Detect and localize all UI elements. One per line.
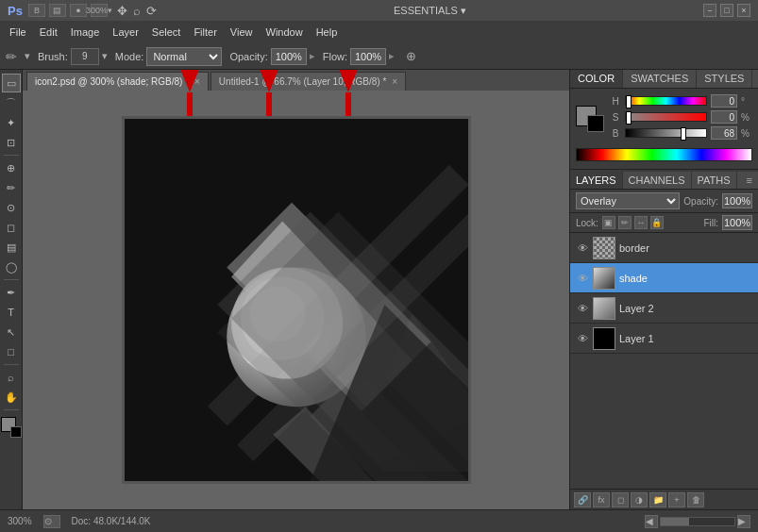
bg-color-swatch[interactable] bbox=[10, 426, 22, 438]
lock-paint-icon[interactable]: ✏ bbox=[618, 216, 632, 229]
new-layer-btn[interactable]: + bbox=[668, 492, 685, 507]
h-value-input[interactable] bbox=[711, 94, 737, 108]
tool-dodge[interactable]: ◯ bbox=[2, 258, 21, 276]
s-slider-thumb[interactable] bbox=[626, 111, 632, 125]
title-icon-4[interactable]: 300%▾ bbox=[91, 4, 108, 17]
lock-move-icon[interactable]: ↔ bbox=[634, 216, 648, 229]
mode-select[interactable]: Normal Overlay Multiply bbox=[146, 47, 222, 66]
tab-channels[interactable]: CHANNELS bbox=[623, 172, 692, 189]
airbrush-icon[interactable]: ⊕ bbox=[406, 49, 416, 63]
adjustment-btn[interactable]: ◑ bbox=[631, 492, 648, 507]
menu-select[interactable]: Select bbox=[146, 25, 187, 40]
tool-gradient[interactable]: ▤ bbox=[2, 238, 21, 257]
group-btn[interactable]: 📁 bbox=[649, 492, 666, 507]
tool-eraser[interactable]: ◻ bbox=[2, 218, 21, 237]
fx-btn[interactable]: fx bbox=[593, 492, 610, 507]
layers-opacity-input[interactable] bbox=[722, 193, 752, 208]
tool-clone[interactable]: ⊙ bbox=[2, 198, 21, 217]
scroll-track[interactable] bbox=[660, 517, 735, 526]
delete-layer-btn[interactable]: 🗑 bbox=[687, 492, 704, 507]
scroll-right[interactable]: ▶ bbox=[737, 515, 750, 528]
brush-size-display[interactable]: 9 bbox=[71, 48, 99, 65]
cursor-icon: ✥ bbox=[117, 4, 127, 18]
layer-shade-eye[interactable]: 👁 bbox=[576, 272, 589, 285]
tool-hand[interactable]: ✋ bbox=[2, 388, 21, 407]
tool-magic-wand[interactable]: ✦ bbox=[2, 113, 21, 132]
minimize-btn[interactable]: − bbox=[703, 4, 716, 17]
blend-mode-select[interactable]: Overlay Normal Multiply bbox=[576, 192, 680, 209]
menu-window[interactable]: Window bbox=[261, 25, 309, 40]
tab-styles[interactable]: STYLES bbox=[697, 70, 752, 88]
layer-2-eye[interactable]: 👁 bbox=[576, 302, 589, 315]
tool-zoom[interactable]: ⌕ bbox=[2, 368, 21, 387]
lock-transparency-icon[interactable]: ▣ bbox=[602, 216, 615, 229]
menu-layer[interactable]: Layer bbox=[107, 25, 144, 40]
tab-color[interactable]: COLOR bbox=[570, 70, 623, 88]
b-value-input[interactable] bbox=[711, 126, 737, 140]
window-controls[interactable]: − □ × bbox=[703, 4, 750, 17]
h-slider-thumb[interactable] bbox=[626, 95, 632, 108]
layer-border-eye[interactable]: 👁 bbox=[576, 241, 589, 255]
layers-panel-options[interactable]: ≡ bbox=[741, 172, 758, 189]
tool-lasso[interactable]: ⌒ bbox=[2, 93, 21, 112]
menu-file[interactable]: File bbox=[4, 25, 32, 40]
color-spectrum[interactable] bbox=[576, 148, 752, 161]
h-slider-track[interactable] bbox=[625, 96, 707, 106]
color-panel-options[interactable]: ≡ bbox=[752, 70, 758, 88]
color-panel: H ° S bbox=[570, 89, 758, 167]
tool-pen[interactable]: ✒ bbox=[2, 283, 21, 302]
title-icon-3[interactable]: ● bbox=[70, 4, 87, 17]
tool-marquee-rect[interactable]: ▭ bbox=[2, 74, 21, 92]
lock-all-icon[interactable]: 🔒 bbox=[650, 216, 664, 229]
tool-shape[interactable]: □ bbox=[2, 342, 21, 361]
fill-input[interactable] bbox=[722, 215, 752, 230]
title-icon-1[interactable]: B bbox=[28, 4, 45, 17]
doc-info-text: Doc: 48.0K/144.0K bbox=[72, 516, 151, 526]
s-slider-track[interactable] bbox=[625, 112, 707, 122]
b-slider-track[interactable] bbox=[625, 128, 707, 138]
tool-crop[interactable]: ⊡ bbox=[2, 133, 21, 152]
mode-label: Mode: bbox=[115, 51, 144, 62]
menu-edit[interactable]: Edit bbox=[34, 25, 63, 40]
s-label: S bbox=[610, 112, 621, 123]
flow-input[interactable] bbox=[350, 48, 386, 65]
tab-untitled-close[interactable]: × bbox=[392, 76, 397, 87]
opacity-label: Opacity: bbox=[683, 196, 718, 207]
close-btn[interactable]: × bbox=[737, 4, 750, 17]
opacity-input[interactable] bbox=[271, 48, 307, 65]
tab-paths[interactable]: PATHS bbox=[692, 172, 737, 189]
tab-swatches[interactable]: SWATCHES bbox=[623, 70, 697, 88]
b-pct: % bbox=[741, 128, 752, 139]
title-icon-2[interactable]: ▤ bbox=[49, 4, 66, 17]
menu-image[interactable]: Image bbox=[65, 25, 106, 40]
tool-healing[interactable]: ⊕ bbox=[2, 158, 21, 177]
layer-1[interactable]: 👁 Layer 1 bbox=[570, 324, 758, 354]
bg-swatch[interactable] bbox=[587, 115, 604, 132]
zoom-icon[interactable]: ⊙ bbox=[43, 515, 60, 528]
brush-size-dropdown[interactable]: ▾ bbox=[102, 50, 108, 62]
scroll-left[interactable]: ◀ bbox=[645, 515, 658, 528]
layer-shade[interactable]: 👁 shade bbox=[570, 263, 758, 293]
main-layout: ▭ ⌒ ✦ ⊡ ⊕ ✏ ⊙ ◻ ▤ ◯ ✒ T ↖ □ ⌕ ✋ icon2.ps… bbox=[0, 70, 758, 509]
add-mask-btn[interactable]: ◻ bbox=[612, 492, 629, 507]
b-slider-thumb[interactable] bbox=[681, 127, 686, 141]
layer-border[interactable]: 👁 border bbox=[570, 233, 758, 263]
menu-help[interactable]: Help bbox=[311, 25, 344, 40]
s-value-input[interactable] bbox=[711, 110, 737, 124]
layer-1-eye[interactable]: 👁 bbox=[576, 332, 589, 345]
tab-layers[interactable]: LAYERS bbox=[570, 172, 623, 189]
layer-2[interactable]: 👁 Layer 2 bbox=[570, 293, 758, 324]
link-layers-btn[interactable]: 🔗 bbox=[574, 492, 591, 507]
tool-text[interactable]: T bbox=[2, 303, 21, 322]
lock-row: Lock: ▣ ✏ ↔ 🔒 Fill: bbox=[570, 213, 758, 233]
color-swatches[interactable] bbox=[1, 417, 22, 438]
tool-path-select[interactable]: ↖ bbox=[2, 323, 21, 341]
menu-view[interactable]: View bbox=[225, 25, 259, 40]
tool-brush[interactable]: ✏ bbox=[2, 178, 21, 197]
essentials-label[interactable]: ESSENTIALS ▾ bbox=[394, 5, 466, 17]
bri-gradient bbox=[626, 129, 706, 137]
brush-label: Brush: bbox=[38, 51, 68, 62]
maximize-btn[interactable]: □ bbox=[720, 4, 733, 17]
brush-dropdown-icon: ▾ bbox=[25, 50, 30, 62]
menu-filter[interactable]: Filter bbox=[188, 25, 222, 40]
